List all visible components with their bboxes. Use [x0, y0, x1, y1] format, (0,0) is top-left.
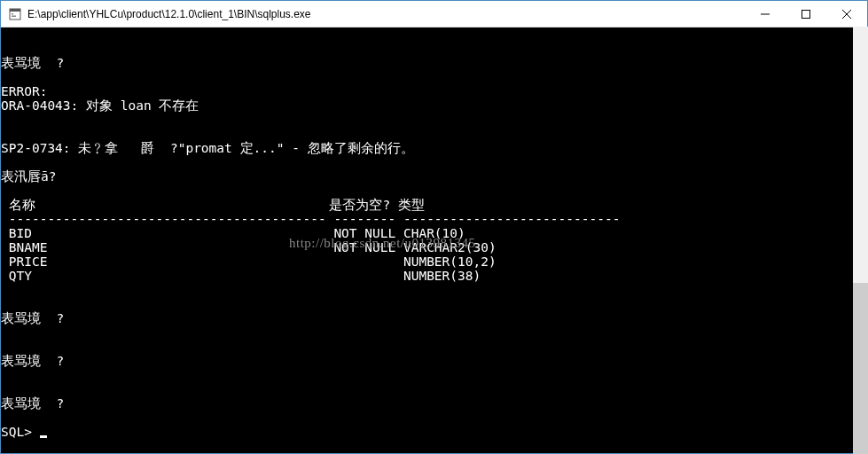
terminal-line: 表骂境 ? [1, 56, 867, 70]
terminal-line: ORA-04043: 对象 loan 不存在 [1, 98, 867, 113]
terminal-content: 表骂境 ? ERROR:ORA-04043: 对象 loan 不存在 SP2-0… [1, 56, 867, 439]
terminal-line: ----------------------------------------… [1, 212, 867, 226]
terminal-line [1, 155, 867, 169]
scrollbar[interactable] [853, 27, 868, 454]
terminal-line: 表骂境 ? [1, 354, 867, 368]
terminal-line [1, 127, 867, 141]
terminal-line: QTY NUMBER(38) [1, 269, 867, 283]
terminal-line [1, 297, 867, 311]
window-controls [745, 1, 867, 27]
close-button[interactable] [826, 1, 867, 27]
svg-rect-1 [10, 9, 20, 12]
terminal-line [1, 340, 867, 354]
terminal-line [1, 113, 867, 127]
window-frame: E:\app\client\YHLCu\product\12.1.0\clien… [0, 0, 868, 454]
terminal-line: SP2-0734: 未﹖拿 爵 ?"promat 定..." - 忽略了剩余的行… [1, 141, 867, 155]
terminal-line [1, 184, 867, 198]
titlebar[interactable]: E:\app\client\YHLCu\product\12.1.0\clien… [1, 1, 867, 27]
window-title: E:\app\client\YHLCu\product\12.1.0\clien… [27, 8, 745, 20]
minimize-button[interactable] [745, 1, 786, 27]
terminal-line: 名称 是否为空? 类型 [1, 198, 867, 212]
svg-rect-3 [12, 15, 16, 17]
terminal-line [1, 283, 867, 297]
terminal-line [1, 411, 867, 425]
terminal-line [1, 325, 867, 340]
terminal-line: BID NOT NULL CHAR(10) [1, 226, 867, 240]
terminal-line: ERROR: [1, 84, 867, 98]
terminal-line [1, 368, 867, 382]
terminal-line [1, 70, 867, 84]
app-icon [8, 7, 22, 21]
terminal-line: 表骂境 ? [1, 311, 867, 325]
terminal-line: SQL> [1, 425, 867, 439]
terminal-line: 表汛唇ā? [1, 169, 867, 184]
svg-rect-2 [12, 13, 13, 15]
svg-rect-5 [802, 10, 810, 18]
scroll-thumb[interactable] [853, 283, 868, 454]
cursor [40, 435, 47, 438]
terminal-line: BNAME NOT NULL VARCHAR2(30) [1, 240, 867, 254]
maximize-button[interactable] [786, 1, 826, 27]
terminal-line [1, 382, 867, 396]
terminal-line: 表骂境 ? [1, 396, 867, 411]
terminal-line: PRICE NUMBER(10,2) [1, 254, 867, 269]
terminal[interactable]: 表骂境 ? ERROR:ORA-04043: 对象 loan 不存在 SP2-0… [1, 27, 867, 453]
